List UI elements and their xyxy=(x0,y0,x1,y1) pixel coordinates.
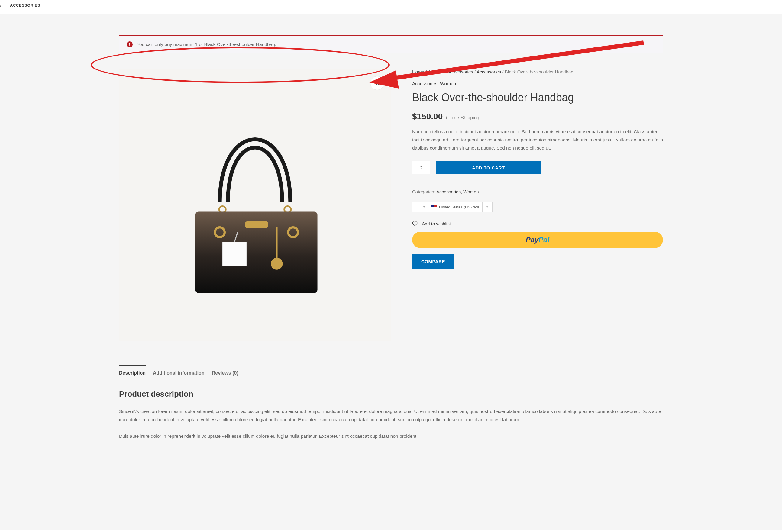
product-title: Black Over-the-shoulder Handbag xyxy=(412,91,663,104)
currency-dropdown-toggle[interactable] xyxy=(482,202,493,212)
currency-selector: United States (US) doll xyxy=(412,202,663,212)
paypal-pal-text: Pal xyxy=(538,236,549,244)
nav-link-accessories[interactable]: ACCESSORIES xyxy=(10,3,40,7)
product-image[interactable] xyxy=(119,69,391,341)
meta-cat-accessories[interactable]: Accessories xyxy=(436,189,461,194)
product-wrapper: Home / Apparel & Accessories / Accessori… xyxy=(119,69,663,341)
breadcrumb-cat2[interactable]: Accessories xyxy=(476,69,501,74)
error-notice: ! You can only buy maximum 1 of Black Ov… xyxy=(119,35,663,52)
meta-cat-women[interactable]: Women xyxy=(463,189,478,194)
quantity-input[interactable] xyxy=(412,161,430,174)
tab-additional-info[interactable]: Additional information xyxy=(153,365,205,380)
currency-dropdown[interactable]: United States (US) doll xyxy=(428,202,482,212)
short-description: Nam nec tellus a odio tincidunt auctor a… xyxy=(412,128,663,152)
nav-link-en[interactable]: EN xyxy=(0,3,1,7)
svg-line-17 xyxy=(378,84,380,85)
zoom-icon[interactable] xyxy=(370,76,384,90)
svg-point-13 xyxy=(271,258,283,270)
currency-symbol: $ xyxy=(412,112,417,121)
paypal-pay-text: Pay xyxy=(526,236,539,244)
breadcrumb-cat1[interactable]: Apparel & Accessories xyxy=(428,69,473,74)
breadcrumb-home[interactable]: Home xyxy=(412,69,424,74)
flag-us-icon xyxy=(431,205,437,209)
wishlist-label: Add to wishlist xyxy=(422,221,451,226)
price-amount: 150.00 xyxy=(417,112,443,121)
currency-small-select[interactable] xyxy=(412,202,428,212)
cat-link-accessories[interactable]: Accessories xyxy=(412,81,437,86)
description-paragraph-1: Since it\'s creation lorem ipsum dolor s… xyxy=(119,407,663,424)
product-price: $150.00 + Free Shipping xyxy=(412,112,663,121)
category-links: Accessories, Women xyxy=(412,81,663,86)
categories-label: Categories: xyxy=(412,189,436,194)
svg-rect-14 xyxy=(222,242,246,266)
tab-description[interactable]: Description xyxy=(119,365,146,380)
tab-reviews[interactable]: Reviews (0) xyxy=(212,365,239,380)
compare-button[interactable]: COMPARE xyxy=(412,254,454,269)
error-notice-text: You can only buy maximum 1 of Black Over… xyxy=(137,42,276,47)
cat-link-women[interactable]: Women xyxy=(440,81,456,86)
breadcrumb-current: Black Over-the-shoulder Handbag xyxy=(505,69,573,74)
product-tabs-wrap: Description Additional information Revie… xyxy=(119,365,663,440)
paypal-button[interactable]: PayPal xyxy=(412,232,663,248)
product-summary: Home / Apparel & Accessories / Accessori… xyxy=(412,69,663,341)
add-to-cart-row: ADD TO CART xyxy=(412,161,663,174)
description-paragraph-2: Duis aute irure dolor in reprehenderit i… xyxy=(119,432,663,440)
svg-rect-1 xyxy=(119,69,391,341)
alert-icon: ! xyxy=(127,41,133,47)
top-nav: EN ACCESSORIES xyxy=(0,0,782,14)
divider xyxy=(412,182,663,182)
product-meta: Categories: Accessories, Women xyxy=(412,189,663,194)
wishlist-row[interactable]: Add to wishlist xyxy=(412,221,663,226)
currency-label: United States (US) doll xyxy=(439,205,479,209)
shipping-note: + Free Shipping xyxy=(445,115,479,120)
product-gallery xyxy=(119,69,391,341)
product-tabs: Description Additional information Revie… xyxy=(119,365,663,380)
svg-rect-9 xyxy=(245,221,268,228)
heart-icon xyxy=(412,221,418,226)
svg-point-16 xyxy=(375,81,379,84)
description-heading: Product description xyxy=(119,389,663,399)
breadcrumb: Home / Apparel & Accessories / Accessori… xyxy=(412,69,663,74)
add-to-cart-button[interactable]: ADD TO CART xyxy=(436,161,541,174)
description-panel: Product description Since it\'s creation… xyxy=(119,380,663,440)
